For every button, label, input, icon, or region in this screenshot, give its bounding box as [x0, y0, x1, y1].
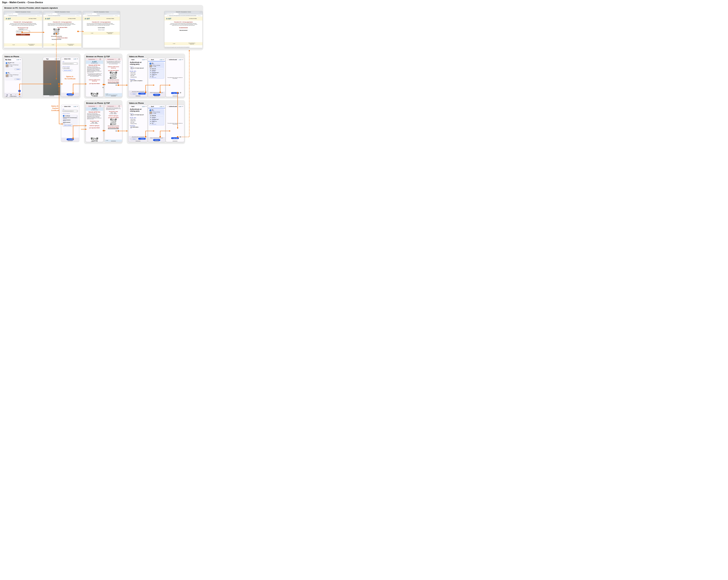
star-icon[interactable]: ☆	[76, 15, 76, 16]
window-titlebar[interactable]: Potential UC5 - Driving Application - Ch…	[43, 11, 81, 13]
url-pill[interactable]: ⇅apps.egiz.gv.at/q	[107, 106, 117, 107]
details-button[interactable]: →Details	[14, 68, 21, 70]
claim-row[interactable]: ✓ "XXXOttakringer"Family name	[150, 72, 163, 74]
continue-button[interactable]: Continue	[67, 138, 74, 140]
credential-card[interactable]: PID PID SD-JWT ⋮ Pass 2 XXXOtto XXXOttak…	[5, 72, 21, 81]
check-all-row[interactable]: ✓Check all	[150, 115, 163, 116]
checkbox-icon[interactable]: ✓	[150, 115, 151, 116]
home-icon[interactable]: ⌂	[106, 106, 106, 107]
credential-card[interactable]: PID PID SD-JWT Pass 2 XXXOtto XXXOttak1.…	[149, 62, 164, 79]
back-icon[interactable]: ←	[130, 59, 131, 60]
kebab-icon[interactable]: ⋮	[102, 59, 103, 60]
new-tab-icon[interactable]: +	[118, 106, 118, 107]
back-label[interactable]: Back	[131, 106, 134, 107]
tab-close-icon[interactable]: ✕	[57, 13, 57, 14]
open-wallet-same-device-link[interactable]: Open your Wallet on same device	[48, 36, 65, 36]
back-label[interactable]: Back	[131, 59, 134, 60]
checkbox-icon[interactable]: ✓	[150, 117, 151, 118]
claim-row[interactable]: ✓ "1983-01-01"Birth date	[150, 121, 163, 122]
forward-icon[interactable]: →	[6, 15, 6, 16]
minimize-icon[interactable]: –	[39, 12, 39, 12]
forward-icon[interactable]: →	[85, 15, 85, 16]
new-tab-icon[interactable]: +	[118, 59, 118, 60]
continue-button[interactable]: →Continue	[138, 93, 146, 94]
beaker-icon[interactable]: ⚗	[116, 15, 117, 16]
open-wallet-same-device-link[interactable]: Open your Wallet on same device	[106, 125, 121, 126]
tab-close-icon[interactable]: ✕	[96, 13, 97, 14]
profile-icon[interactable]: ◎	[79, 15, 79, 16]
site-info-icon[interactable]: ⇅	[87, 15, 88, 16]
checkbox-icon[interactable]: ✓	[150, 123, 151, 124]
extensions-icon[interactable]: ⧉	[198, 15, 199, 16]
back-icon[interactable]: ←	[5, 15, 5, 16]
continue-button[interactable]: Continue	[67, 93, 74, 95]
details-button[interactable]: →Details	[14, 78, 21, 80]
wallet-infos-link[interactable]: A-SIT WALLET INFOS	[86, 110, 103, 110]
url-bar[interactable]: ⇅apps.egiz.gv.at/drivingapp/	[8, 15, 36, 16]
url-bar[interactable]: ⇅apps.egiz.gv.at/drivingapp/uploadToSign	[47, 15, 75, 16]
reload-icon[interactable]: ⟳	[86, 15, 86, 16]
window-titlebar[interactable]: Potential UC5 - Driving Application - Ch…	[83, 11, 120, 13]
claim-row[interactable]: ✓ "XXXOtto"Given name	[150, 117, 163, 118]
back-icon[interactable]: ←	[130, 106, 131, 107]
kebab-icon[interactable]: ⋮	[121, 106, 122, 107]
beaker-icon[interactable]: ⚗	[78, 15, 78, 16]
preload-certificate-button[interactable]: Preload certificate	[62, 69, 73, 72]
claim-row[interactable]: ✓ "XXXOttakringer"Family name	[150, 119, 163, 120]
back-icon[interactable]: ←	[44, 58, 46, 60]
gear-icon[interactable]: ⚙	[163, 59, 164, 60]
maximize-icon[interactable]: ▢	[40, 12, 41, 12]
checkbox-icon[interactable]: ✓	[150, 70, 151, 71]
kebab-icon[interactable]: ⋮	[201, 15, 202, 16]
star-icon[interactable]: ☆	[36, 15, 37, 16]
close-icon[interactable]: ✕	[80, 12, 81, 12]
kebab-icon[interactable]: ⋮	[119, 15, 119, 16]
nav-item-data[interactable]: Data	[6, 93, 7, 97]
checkbox-icon[interactable]: ✓	[150, 68, 151, 69]
claim-row[interactable]: ✓ "XXXOtto"Given name	[150, 70, 163, 72]
open-remote-wallet-link[interactable]: Open Austrian Remote-Wallet	[105, 83, 122, 83]
forward-icon[interactable]: →	[45, 15, 46, 16]
profile-icon[interactable]: ◎	[40, 15, 40, 16]
checkbox-icon[interactable]: ✓	[150, 74, 151, 75]
back-icon[interactable]: ←	[84, 15, 84, 16]
tab-count[interactable]: 3	[100, 106, 101, 107]
vda-select[interactable]: https://apps.egiz.gv.at/qtsp/csc/v▾	[62, 62, 78, 64]
claim-row[interactable]: ✓ "AT"Issuing country	[150, 123, 163, 125]
maximize-icon[interactable]: ▢	[79, 12, 80, 12]
tab-count[interactable]: 3	[119, 59, 120, 60]
wallet-infos-link[interactable]: A-SIT WALLET INFOS	[189, 18, 197, 19]
extensions-icon[interactable]: ⧉	[115, 15, 116, 16]
credential-card[interactable]: PID PID SD-JWT Pass 2 XXXOtto XXXOttak1.…	[149, 109, 164, 126]
close-icon[interactable]: ✕	[119, 12, 119, 12]
collapse-icon[interactable]: ▴	[77, 115, 77, 116]
url-bar[interactable]: ⇅apps.egiz.gv.at/drivingapp/wallet/proce…	[168, 15, 197, 16]
kebab-icon[interactable]: ⋮	[41, 15, 41, 16]
back-icon[interactable]: ←	[149, 106, 150, 107]
tab-count[interactable]: 3	[119, 106, 120, 107]
wallet-infos-link[interactable]: A-SIT WALLET INFOS	[106, 18, 114, 19]
cancel-button[interactable]: ✕Cancel	[130, 138, 137, 140]
checkbox-icon[interactable]: ✓	[150, 72, 151, 73]
nav-item-sign[interactable]: Sign	[19, 93, 21, 97]
claim-row[interactable]: ✓ "1983-01-01"Birth date	[150, 74, 163, 76]
start-signing-button[interactable]: Start signing	[16, 34, 30, 35]
kebab-icon[interactable]: ⋮	[20, 72, 21, 74]
back-icon[interactable]: ←	[62, 58, 63, 60]
wallet-infos-link[interactable]: A-SIT WALLET INFOS	[86, 63, 103, 63]
close-icon[interactable]: ✕	[41, 12, 42, 12]
checkbox-icon[interactable]: ✓	[150, 119, 151, 120]
continue-button[interactable]: →Continue	[138, 138, 146, 140]
new-tab-icon[interactable]: +	[98, 106, 99, 107]
browser-tab[interactable]: Potential UC5 - Drivin✕	[45, 13, 57, 15]
get-signed-document-link[interactable]: Get signed Document	[164, 27, 203, 28]
expand-icon[interactable]: ↓	[139, 127, 139, 128]
reload-icon[interactable]: ⟳	[7, 15, 7, 16]
kebab-icon[interactable]: ⋮	[20, 62, 21, 63]
reload-icon[interactable]: ⟳	[46, 15, 47, 16]
home-icon[interactable]: ⌂	[87, 59, 87, 60]
camera-shutter[interactable]	[58, 91, 59, 93]
beaker-icon[interactable]: ⚗	[38, 15, 39, 16]
continue-button[interactable]: Continue	[153, 94, 160, 96]
vda-select[interactable]: https://apps.egiz.gv.at/qtsp/csc/v▾	[62, 110, 78, 112]
